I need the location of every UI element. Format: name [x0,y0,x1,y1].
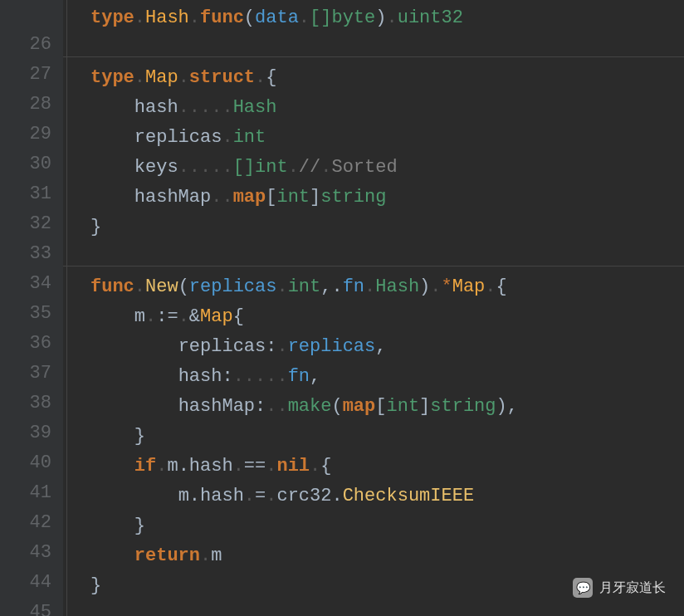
code-line-29: hash.....Hash [67,93,684,123]
watermark: 💬 月牙寂道长 [573,578,666,598]
line-number: 42 [8,508,51,538]
code-line-32: hashMap..map[int]string [67,183,684,213]
code-line-31: keys.....[]int.//.Sorted [67,153,684,183]
code-line-40: } [67,422,684,452]
code-line-30: replicas.int [67,123,684,153]
line-number: 37 [8,359,51,389]
code-line-27 [67,33,684,63]
line-number: 41 [8,478,51,508]
code-line-41: if.m.hash.==.nil.{ [67,452,684,482]
line-number: 43 [8,538,51,568]
wechat-icon: 💬 [573,578,593,598]
line-gutter: 25 26 27 28 29 30 31 32 33 34 35 36 37 3… [0,0,63,616]
code-line-33: } [67,213,684,242]
line-number: 27 [8,60,51,90]
line-number: 31 [8,179,51,209]
line-number: 44 [8,568,51,598]
code-line-44: return.m [67,541,684,571]
code-line-42: m.hash.=.crc32.ChecksumIEEE [67,482,684,511]
line-number: 40 [8,448,51,478]
code-line-43: } [67,511,684,541]
line-number: 26 [8,30,51,60]
line-number: 36 [8,329,51,359]
code-line-37: replicas:.replicas, [67,332,684,362]
line-number: 45 [8,598,51,616]
code-line-38: hash:.....fn, [67,362,684,392]
line-number: 34 [8,269,51,299]
line-number: 39 [8,418,51,448]
line-number: 32 [8,209,51,239]
code-editor: 25 26 27 28 29 30 31 32 33 34 35 36 37 3… [0,0,684,616]
line-number: 28 [8,90,51,120]
code-line-28: type.Map.struct.{ [67,63,684,93]
code-line-34 [67,242,684,272]
code-line-36: m.:=.&Map{ [67,302,684,332]
code-content[interactable]: type.Hash.func(data.[]byte).uint32 type.… [63,0,684,616]
line-number: 33 [8,239,51,269]
line-number: 38 [8,389,51,418]
code-line-35: func.New(replicas.int,.fn.Hash).*Map.{ [67,272,684,302]
line-number: 30 [8,149,51,179]
watermark-text: 月牙寂道长 [599,579,666,597]
code-line-26: type.Hash.func(data.[]byte).uint32 [67,3,684,33]
line-number: 29 [8,120,51,149]
code-line-39: hashMap:..make(map[int]string), [67,392,684,422]
line-number: 35 [8,299,51,329]
